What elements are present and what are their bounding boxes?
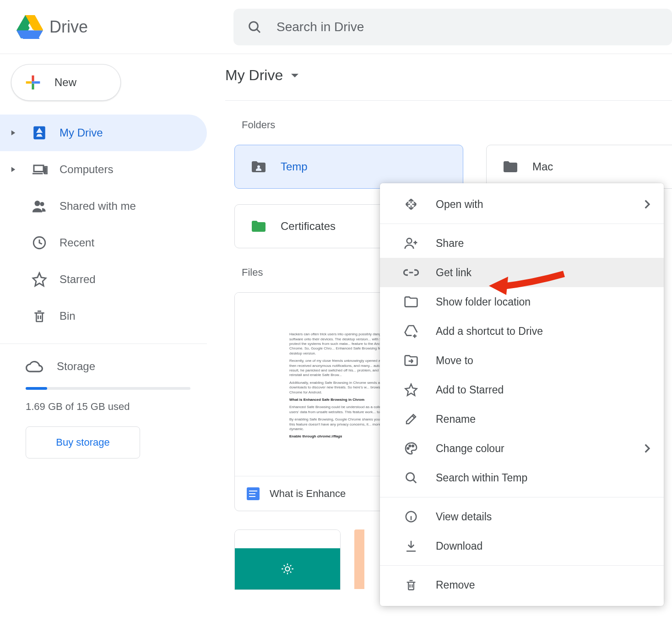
ctx-download[interactable]: Download	[380, 531, 664, 561]
sidebar-item-starred[interactable]: Starred	[0, 261, 207, 298]
svg-point-7	[249, 22, 258, 30]
folder-icon	[403, 294, 419, 310]
docs-icon	[247, 487, 260, 500]
svg-point-24	[406, 473, 414, 481]
sidebar-item-label: My Drive	[60, 126, 103, 139]
file-card[interactable]	[354, 529, 364, 589]
breadcrumb[interactable]: My Drive	[225, 67, 672, 101]
svg-point-23	[412, 445, 413, 447]
search-icon	[403, 469, 419, 486]
svg-rect-9	[32, 76, 34, 82]
star-icon	[403, 382, 419, 398]
svg-rect-10	[34, 81, 40, 83]
trash-icon	[31, 308, 48, 324]
ctx-open-with[interactable]: Open with	[380, 190, 664, 219]
ctx-show-folder[interactable]: Show folder location	[380, 287, 664, 317]
person-add-icon	[403, 235, 419, 251]
folder-name: Certificates	[281, 220, 336, 233]
download-icon	[403, 538, 419, 554]
svg-point-20	[407, 238, 412, 243]
drive-icon	[31, 125, 48, 141]
folders-section-label: Folders	[242, 119, 672, 131]
sidebar-item-label: Starred	[60, 273, 96, 286]
storage-bar	[26, 387, 190, 390]
ctx-add-starred[interactable]: Add to Starred	[380, 375, 664, 404]
sidebar-item-label: Bin	[60, 310, 76, 322]
ctx-remove[interactable]: Remove	[380, 570, 664, 600]
palette-icon	[403, 440, 419, 457]
drive-logo-icon	[16, 15, 43, 39]
expand-arrow-icon[interactable]	[10, 166, 19, 173]
cloud-icon	[26, 358, 43, 375]
shared-folder-icon	[250, 159, 267, 174]
search-icon	[247, 20, 262, 34]
pencil-icon	[403, 411, 419, 427]
svg-point-21	[407, 448, 409, 449]
app-name: Drive	[49, 17, 88, 37]
svg-point-18	[257, 165, 260, 168]
sidebar-item-bin[interactable]: Bin	[0, 298, 207, 334]
svg-rect-11	[32, 84, 34, 90]
context-menu: Open with Share Get link Show folder loc…	[380, 183, 664, 606]
folder-name: Temp	[281, 160, 308, 173]
ctx-get-link[interactable]: Get link	[380, 258, 664, 287]
folder-icon	[250, 219, 267, 234]
buy-storage-button[interactable]: Buy storage	[26, 426, 140, 458]
new-button[interactable]: New	[11, 64, 121, 101]
search-bar[interactable]	[233, 9, 672, 45]
computers-icon	[31, 161, 48, 178]
svg-rect-13	[32, 81, 34, 83]
sidebar-item-computers[interactable]: Computers	[0, 151, 207, 188]
folder-card-mac[interactable]: Mac	[486, 145, 672, 189]
move-to-icon	[403, 352, 419, 369]
svg-point-22	[409, 445, 411, 447]
ctx-change-colour[interactable]: Change colour	[380, 434, 664, 463]
ctx-view-details[interactable]: View details	[380, 502, 664, 531]
sidebar-item-my-drive[interactable]: My Drive	[0, 115, 207, 151]
storage-label: Storage	[57, 360, 95, 373]
svg-line-8	[257, 29, 260, 33]
file-card[interactable]	[234, 529, 341, 590]
svg-point-16	[40, 202, 44, 206]
sidebar-item-storage[interactable]: Storage	[26, 358, 190, 375]
link-icon	[403, 264, 419, 281]
ctx-move-to[interactable]: Move to	[380, 346, 664, 375]
dropdown-caret-icon[interactable]	[290, 71, 299, 80]
svg-line-25	[413, 480, 416, 483]
svg-point-15	[35, 201, 40, 206]
chevron-right-icon	[644, 444, 650, 453]
folder-name: Mac	[532, 160, 553, 173]
sidebar-item-label: Recent	[60, 236, 94, 249]
svg-point-19	[285, 567, 289, 571]
sidebar-item-label: Computers	[60, 163, 113, 176]
storage-text: 1.69 GB of 15 GB used	[26, 401, 190, 413]
info-icon	[403, 508, 419, 525]
open-with-icon	[403, 196, 419, 213]
ctx-rename[interactable]: Rename	[380, 404, 664, 434]
sidebar-item-label: Shared with me	[60, 200, 136, 213]
ctx-share[interactable]: Share	[380, 229, 664, 258]
search-input[interactable]	[276, 20, 658, 34]
svg-marker-4	[16, 30, 43, 38]
ctx-add-shortcut[interactable]: Add a shortcut to Drive	[380, 317, 664, 346]
clock-icon	[31, 235, 48, 251]
drive-shortcut-icon	[403, 323, 419, 339]
app-logo-area[interactable]: Drive	[0, 15, 233, 39]
new-button-label: New	[54, 76, 76, 89]
svg-rect-12	[26, 81, 32, 83]
breadcrumb-title: My Drive	[225, 67, 283, 84]
sidebar-item-recent[interactable]: Recent	[0, 224, 207, 261]
sidebar-item-shared[interactable]: Shared with me	[0, 188, 207, 224]
people-icon	[31, 198, 48, 214]
star-icon	[31, 271, 48, 288]
expand-arrow-icon[interactable]	[10, 130, 19, 136]
chevron-right-icon	[644, 200, 650, 209]
trash-icon	[403, 577, 419, 593]
folder-card-temp[interactable]: Temp	[234, 145, 463, 189]
plus-icon	[22, 72, 43, 93]
file-name: What is Enhance	[270, 488, 346, 500]
ctx-search-within[interactable]: Search within Temp	[380, 463, 664, 492]
folder-icon	[502, 159, 519, 174]
